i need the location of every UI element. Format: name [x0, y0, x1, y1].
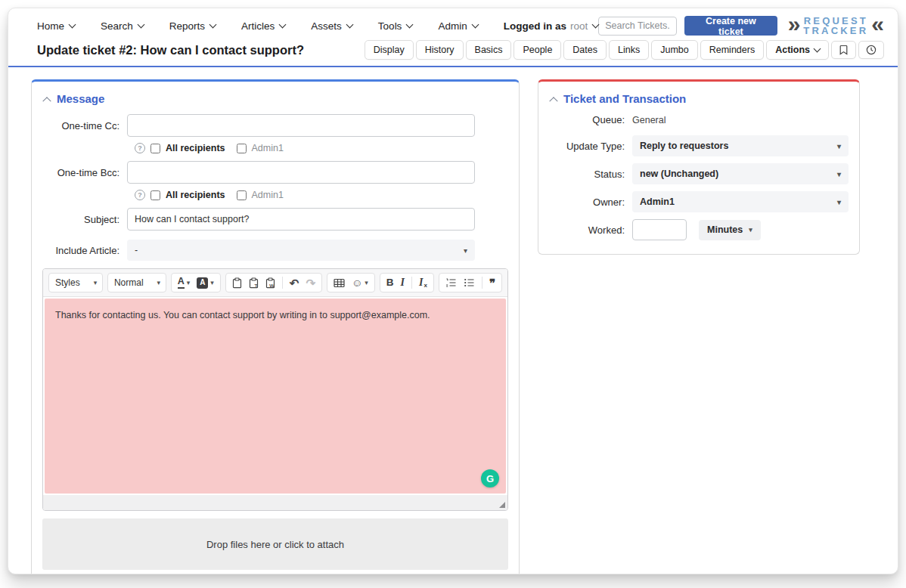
grammarly-button[interactable]: G — [481, 469, 499, 487]
top-nav: Home Search Reports Articles Assets Tool… — [8, 8, 898, 40]
tab-display[interactable]: Display — [365, 40, 414, 60]
chevron-down-icon — [69, 20, 76, 28]
redo-button[interactable]: ↷ — [306, 277, 315, 289]
nav-home[interactable]: Home — [37, 20, 75, 32]
message-section-header[interactable]: Message — [44, 92, 508, 105]
numbered-list-icon — [445, 278, 457, 287]
nav-articles[interactable]: Articles — [241, 20, 285, 32]
search-tickets-input[interactable] — [598, 17, 677, 36]
attachment-dropzone[interactable]: Drop files here or click to attach — [42, 518, 508, 570]
help-icon[interactable]: ? — [135, 143, 145, 153]
status-select[interactable]: new (Unchanged) ▾ — [632, 163, 849, 184]
tab-history[interactable]: History — [416, 40, 464, 60]
worked-unit-select[interactable]: Minutes ▾ — [699, 220, 761, 240]
italic-button[interactable]: I — [401, 277, 405, 288]
caret-down-icon: ▾ — [94, 279, 98, 286]
clock-icon — [866, 45, 877, 55]
subject-input[interactable] — [127, 208, 475, 231]
owner-select[interactable]: Admin1 ▾ — [632, 191, 849, 212]
editor-content-area[interactable]: Thanks for contacting us. You can contac… — [45, 299, 506, 494]
update-type-select[interactable]: Reply to requestors ▾ — [632, 135, 849, 156]
font-color-button[interactable]: A▾ — [178, 277, 191, 289]
insert-group: ☺▾ — [327, 273, 375, 292]
worked-input[interactable] — [632, 219, 687, 240]
remove-format-button[interactable]: Ix — [419, 277, 427, 288]
chevron-down-icon — [346, 20, 353, 28]
tab-basics[interactable]: Basics — [466, 40, 512, 60]
ticket-section-header[interactable]: Ticket and Transaction — [551, 92, 849, 105]
insert-table-button[interactable] — [334, 278, 345, 288]
one-time-cc-input[interactable] — [127, 114, 475, 137]
editor-toolbar: Styles ▾ Normal ▾ A▾ A▾ — [43, 269, 507, 297]
background-color-button[interactable]: A▾ — [197, 277, 214, 289]
paragraph-format-dropdown[interactable]: Normal ▾ — [107, 273, 166, 292]
paste-from-word-button[interactable]: W — [265, 277, 275, 289]
chevron-down-icon — [471, 20, 479, 28]
editor-content-text: Thanks for contacting us. You can contac… — [55, 310, 430, 320]
nav-search[interactable]: Search — [101, 20, 144, 32]
one-time-bcc-label: One-time Bcc: — [42, 167, 127, 178]
paste-plain-text-letter: T — [255, 283, 258, 289]
bold-button[interactable]: B — [386, 277, 394, 288]
bcc-all-recipients-label: All recipients — [166, 190, 225, 200]
undo-button[interactable]: ↶ — [290, 277, 299, 289]
tab-reminders[interactable]: Reminders — [700, 40, 764, 60]
caret-down-icon: ▾ — [464, 246, 467, 255]
one-time-bcc-input[interactable] — [127, 161, 475, 184]
create-new-ticket-button[interactable]: Create new ticket — [684, 16, 777, 36]
caret-down-icon: ▾ — [837, 142, 841, 150]
update-type-label: Update Type: — [549, 141, 632, 152]
time-worked-button[interactable] — [858, 41, 884, 59]
nav-articles-label: Articles — [241, 20, 275, 32]
cc-admin1-label: Admin1 — [252, 143, 284, 153]
tab-actions[interactable]: Actions — [766, 40, 829, 60]
tab-jumbo[interactable]: Jumbo — [651, 40, 698, 60]
message-panel: Message One-time Cc: ? All recipients Ad… — [31, 79, 520, 574]
logo-wordmark: REQUEST TRACKER — [803, 16, 868, 36]
nav-assets-label: Assets — [311, 20, 342, 32]
include-article-select[interactable]: - ▾ — [127, 240, 475, 261]
caret-down-icon: ▾ — [210, 280, 214, 286]
bookmark-button[interactable] — [831, 41, 856, 59]
status-row: Status: new (Unchanged) ▾ — [549, 163, 849, 184]
bullet-list-button[interactable] — [464, 278, 475, 287]
emoji-button[interactable]: ☺▾ — [352, 277, 368, 288]
tab-dates[interactable]: Dates — [563, 40, 607, 60]
chevron-down-icon — [814, 45, 821, 53]
caret-down-icon: ▾ — [157, 279, 161, 286]
nav-assets[interactable]: Assets — [311, 20, 352, 32]
cc-admin1-checkbox[interactable] — [237, 144, 247, 153]
background-color-icon: A — [197, 277, 208, 289]
caret-down-icon: ▾ — [365, 280, 368, 286]
cc-all-recipients-checkbox[interactable] — [150, 144, 160, 153]
logo-line2: TRACKER — [803, 26, 868, 36]
request-tracker-logo[interactable]: » REQUEST TRACKER « — [788, 16, 884, 36]
nav-reports[interactable]: Reports — [169, 20, 216, 32]
nav-home-label: Home — [37, 20, 64, 32]
nav-tools[interactable]: Tools — [378, 20, 413, 32]
tab-links[interactable]: Links — [609, 40, 649, 60]
message-section-title: Message — [57, 92, 104, 105]
numbered-list-button[interactable] — [445, 278, 457, 287]
resize-handle[interactable] — [499, 502, 505, 508]
clipboard-group: T W ↶ ↷ — [225, 273, 322, 292]
queue-label: Queue: — [549, 114, 632, 125]
blockquote-button[interactable]: ❞ — [489, 277, 495, 289]
logged-in-menu[interactable]: Logged in as root — [504, 20, 599, 32]
owner-label: Owner: — [549, 197, 632, 208]
styles-dropdown[interactable]: Styles ▾ — [48, 273, 103, 292]
bcc-all-recipients-checkbox[interactable] — [150, 190, 160, 200]
screenshot-stage: Home Search Reports Articles Assets Tool… — [0, 0, 906, 588]
tab-people[interactable]: People — [514, 40, 561, 60]
cc-recipients-row: ? All recipients Admin1 — [135, 143, 508, 153]
chevron-down-icon — [279, 20, 287, 28]
subject-row: Subject: — [42, 208, 508, 231]
paste-button[interactable] — [232, 277, 242, 289]
nav-admin[interactable]: Admin — [438, 20, 477, 32]
help-icon[interactable]: ? — [135, 190, 145, 200]
paste-plain-text-button[interactable]: T — [249, 277, 259, 289]
bcc-admin1-checkbox[interactable] — [237, 190, 247, 200]
attachment-dropzone-label: Drop files here or click to attach — [206, 539, 344, 550]
app-window: Home Search Reports Articles Assets Tool… — [8, 8, 898, 574]
update-type-row: Update Type: Reply to requestors ▾ — [549, 135, 849, 156]
